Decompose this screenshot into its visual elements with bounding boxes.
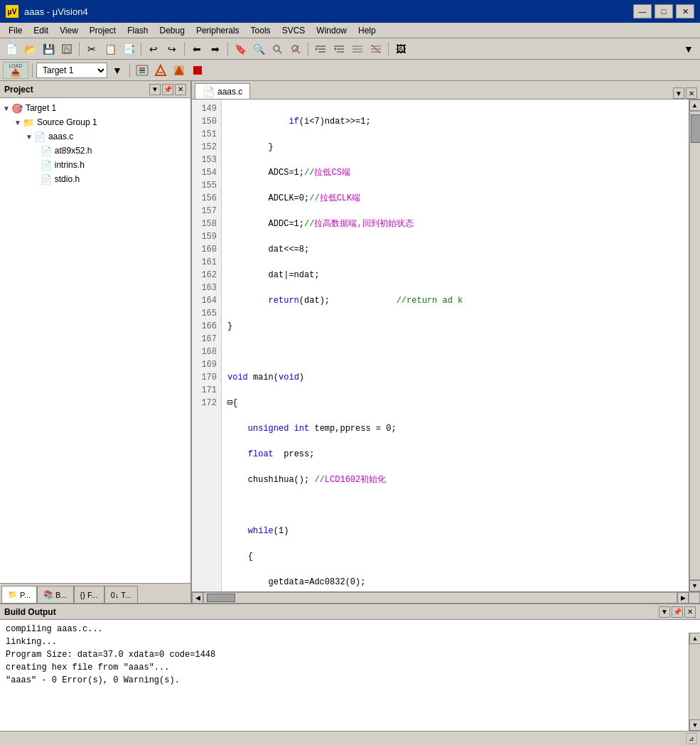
find2-button[interactable]	[269, 41, 286, 58]
build-line-5: "aaas" - 0 Error(s), 0 Warning(s).	[6, 674, 694, 687]
status-bar: ⊿	[0, 731, 700, 745]
tree-item-aaas-c[interactable]: ▼ 📄 aaas.c	[0, 129, 190, 144]
new-file-button[interactable]: 📄	[3, 41, 20, 58]
funcs-tab-label: {} F...	[80, 591, 98, 599]
tree-item-intrins[interactable]: 📄 intrins.h	[0, 158, 190, 172]
paste-button[interactable]: 📑	[120, 41, 137, 58]
scroll-up-button[interactable]: ▲	[689, 100, 701, 111]
scroll-thumb[interactable]	[691, 114, 701, 143]
panel-pin-btn[interactable]: 📌	[162, 84, 173, 95]
code-horizontal-scrollbar: ◀ ▶	[192, 591, 700, 603]
close-button[interactable]: ✕	[676, 4, 694, 18]
editor-close-btn[interactable]: ✕	[686, 87, 697, 99]
project-panel-header: Project ▼ 📌 ✕	[0, 81, 190, 98]
menu-file[interactable]: File	[3, 24, 28, 37]
menu-debug[interactable]: Debug	[154, 24, 190, 37]
menu-view[interactable]: View	[54, 24, 84, 37]
line-num-166: 166	[192, 320, 217, 333]
menu-svcs[interactable]: SVCS	[276, 24, 311, 37]
tree-item-at89x52[interactable]: 📄 at89x52.h	[0, 144, 190, 158]
scroll-down-button[interactable]: ▼	[689, 580, 701, 591]
nav-back-button[interactable]: ⬅	[188, 41, 205, 58]
hscroll-left-button[interactable]: ◀	[192, 592, 203, 604]
panel-dropdown-btn[interactable]: ▼	[149, 84, 161, 95]
code-line-155: dat|=ndat;	[227, 269, 683, 282]
find3-button[interactable]	[287, 41, 304, 58]
cut-button[interactable]: ✂	[83, 41, 100, 58]
maximize-button[interactable]: □	[655, 4, 673, 18]
title-bar-left: μV aaas - μVision4	[6, 5, 88, 18]
outdent-button[interactable]	[330, 41, 348, 58]
main-area: Project ▼ 📌 ✕ ▼ 🎯 Target 1 ▼ 📁 Source Gr…	[0, 81, 700, 603]
indent-button[interactable]	[312, 41, 329, 58]
windows-button[interactable]: 🖼	[392, 41, 409, 58]
menu-peripherals[interactable]: Peripherals	[190, 24, 245, 37]
tab-funcs[interactable]: {} F...	[74, 586, 104, 603]
save-button[interactable]: 💾	[40, 41, 57, 58]
stdio-icon: 📄	[41, 174, 52, 185]
open-button[interactable]: 📂	[21, 41, 38, 58]
code-line-153: ADDC=1;//拉高数据端,回到初始状态	[227, 218, 683, 230]
build-header-controls: ▼ 📌 ✕	[659, 606, 696, 618]
tree-item-stdio[interactable]: 📄 stdio.h	[0, 172, 190, 186]
build-output-title: Build Output	[4, 607, 56, 617]
undo-button[interactable]: ↩	[145, 41, 162, 58]
comment-button[interactable]	[349, 41, 366, 58]
toolbar-expand[interactable]: ▼	[680, 41, 697, 58]
editor-tab-aaas-c[interactable]: 📄 aaas.c	[195, 83, 250, 99]
editor-tabs-left: 📄 aaas.c	[195, 83, 250, 99]
code-line-159: void main(void)	[227, 371, 683, 384]
stop-build-button[interactable]	[189, 62, 206, 79]
panel-close-btn[interactable]: ✕	[175, 84, 186, 95]
options-button[interactable]	[134, 62, 151, 79]
minimize-button[interactable]: —	[633, 4, 652, 18]
menu-project[interactable]: Project	[84, 24, 122, 37]
tree-label-intrins: intrins.h	[55, 160, 85, 170]
menu-window[interactable]: Window	[311, 24, 352, 37]
save-all-button[interactable]	[58, 41, 75, 58]
rebuild-button[interactable]	[171, 62, 188, 79]
menu-edit[interactable]: Edit	[28, 24, 54, 37]
uncomment-button[interactable]	[367, 41, 384, 58]
code-vertical-scrollbar: ▲ ▼	[689, 100, 700, 591]
status-resize-grip[interactable]: ⊿	[686, 733, 697, 744]
build-button[interactable]	[152, 62, 169, 79]
target-dropdown-btn[interactable]: ▼	[109, 62, 126, 79]
bookmark-button[interactable]: 🔖	[232, 41, 249, 58]
editor-dropdown-btn[interactable]: ▼	[673, 87, 684, 99]
scroll-track[interactable]	[689, 111, 701, 580]
code-line-167: getdata=Adc0832(0);	[227, 576, 683, 589]
build-pin-btn[interactable]: 📌	[672, 606, 683, 618]
hscroll-track[interactable]	[203, 592, 677, 604]
find-button[interactable]: 🔍	[250, 41, 267, 58]
build-scroll-down[interactable]: ▼	[689, 719, 700, 731]
tree-item-target1[interactable]: ▼ 🎯 Target 1	[0, 101, 190, 115]
menu-bar: File Edit View Project Flash Debug Perip…	[0, 23, 700, 38]
code-line-157: }	[227, 320, 683, 333]
nav-fwd-button[interactable]: ➡	[207, 41, 224, 58]
line-num-169: 169	[192, 358, 217, 371]
build-scroll-track[interactable]	[689, 644, 700, 719]
build-scroll-up[interactable]: ▲	[689, 633, 700, 644]
hscroll-thumb[interactable]	[207, 594, 235, 602]
toolbar-sep-6	[388, 42, 389, 56]
menu-flash[interactable]: Flash	[122, 24, 154, 37]
tab-books[interactable]: 📚 B...	[37, 586, 74, 603]
title-controls: — □ ✕	[633, 4, 694, 18]
menu-tools[interactable]: Tools	[245, 24, 276, 37]
svg-marker-25	[156, 65, 166, 75]
tab-template[interactable]: 0↓ T...	[104, 586, 138, 603]
copy-button[interactable]: 📋	[102, 41, 119, 58]
tree-item-sourcegroup1[interactable]: ▼ 📁 Source Group 1	[0, 115, 190, 129]
tab-project[interactable]: 📁 P...	[1, 586, 37, 603]
redo-button[interactable]: ↪	[163, 41, 181, 58]
target-selector[interactable]: Target 1	[36, 63, 107, 78]
menu-help[interactable]: Help	[352, 24, 382, 37]
build-close-btn[interactable]: ✕	[684, 606, 696, 618]
hscroll-right-button[interactable]: ▶	[677, 592, 689, 604]
build-dropdown-btn[interactable]: ▼	[659, 606, 670, 618]
title-bar: μV aaas - μVision4 — □ ✕	[0, 0, 700, 23]
code-line-164	[227, 499, 683, 512]
expand-icon-sourcegroup: ▼	[14, 119, 21, 127]
code-editor[interactable]: if(i<7)ndat>>=1; } ADCS=1;//拉低CS端 ADCLK=…	[222, 100, 689, 591]
